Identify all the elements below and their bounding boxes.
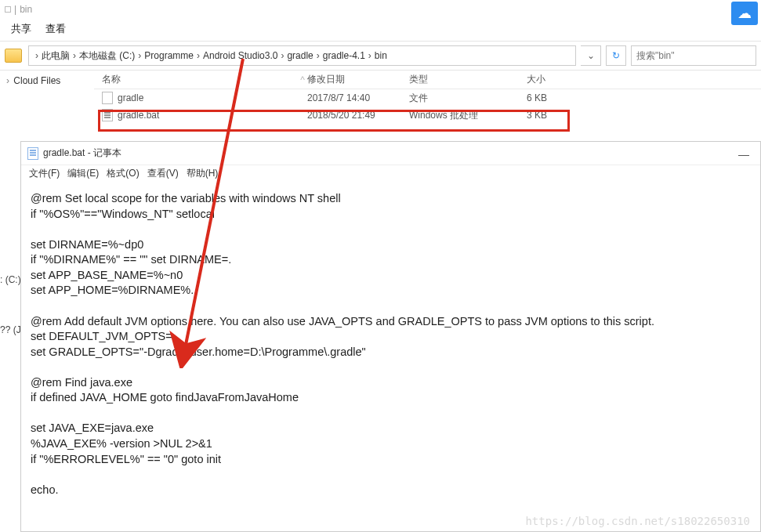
explorer-title-bar: | bin ☁ [0,0,761,19]
breadcrumb-item[interactable]: 本地磁盘 (C:) [79,49,135,63]
notepad-title-text: gradle.bat - 记事本 [43,147,121,160]
ribbon-share[interactable]: 共享 [11,22,31,36]
breadcrumb-item[interactable]: 此电脑 [42,49,70,63]
sidebar-label: Cloud Files [13,75,60,86]
folder-icon[interactable] [5,49,22,63]
refresh-button[interactable]: ↻ [606,45,626,66]
menu-edit[interactable]: 编辑(E) [67,167,99,180]
menu-file[interactable]: 文件(F) [29,167,60,180]
notepad-text-area[interactable]: @rem Set local scope for the variables w… [21,183,760,505]
table-row[interactable]: gradle 2017/8/7 14:40 文件 6 KB [94,89,761,107]
context-icon [5,6,11,13]
breadcrumb-sep: › [35,50,38,61]
col-header-date[interactable]: 修改日期 [307,73,409,86]
file-size: 6 KB [527,92,589,103]
column-headers[interactable]: 名称 ^ 修改日期 类型 大小 [94,71,761,89]
table-row[interactable]: gradle.bat 2018/5/20 21:49 Windows 批处理 3… [94,107,761,124]
search-input[interactable] [631,45,756,66]
ribbon-view[interactable]: 查看 [45,22,66,36]
col-header-size[interactable]: 大小 [527,73,589,86]
minimize-icon[interactable]: — [738,148,749,161]
file-name: gradle.bat [118,110,159,121]
notepad-menu-bar: 文件(F) 编辑(E) 格式(O) 查看(V) 帮助(H) [21,165,760,183]
breadcrumb-item[interactable]: gradle [287,50,313,61]
chevron-right-icon: › [6,75,9,86]
file-type: 文件 [409,92,527,105]
breadcrumb[interactable]: › 此电脑 › 本地磁盘 (C:) › Programme › Android … [28,45,576,66]
notepad-icon [27,147,38,160]
nav-row: › 此电脑 › 本地磁盘 (C:) › Programme › Android … [0,42,761,70]
breadcrumb-item[interactable]: Programme [144,50,194,61]
cloud-overlay-icon[interactable]: ☁ [731,2,758,25]
file-date: 2018/5/20 21:49 [307,110,409,121]
file-size: 3 KB [527,110,589,121]
breadcrumb-item[interactable]: Android Studio3.0 [203,50,277,61]
breadcrumb-dropdown[interactable]: ⌄ [581,45,601,66]
notepad-window: gradle.bat - 记事本 — 文件(F) 编辑(E) 格式(O) 查看(… [20,141,761,532]
col-header-name[interactable]: 名称 [94,73,298,86]
breadcrumb-item[interactable]: bin [375,50,387,61]
menu-format[interactable]: 格式(O) [107,167,139,180]
notepad-title-bar[interactable]: gradle.bat - 记事本 — [21,142,760,165]
col-sort-icon[interactable]: ^ [298,74,307,85]
col-header-type[interactable]: 类型 [409,73,527,86]
menu-help[interactable]: 帮助(H) [187,167,219,180]
menu-view[interactable]: 查看(V) [147,167,179,180]
file-icon [102,92,113,104]
file-type: Windows 批处理 [409,109,527,122]
ribbon-menu: 共享 查看 [0,19,761,41]
sidebar-item-cloudfiles[interactable]: › Cloud Files [6,75,88,86]
explorer-window-title: bin [20,4,32,15]
file-name: gradle [118,92,143,103]
file-date: 2017/8/7 14:40 [307,92,409,103]
batch-file-icon [102,109,113,121]
breadcrumb-item[interactable]: gradle-4.1 [323,50,365,61]
